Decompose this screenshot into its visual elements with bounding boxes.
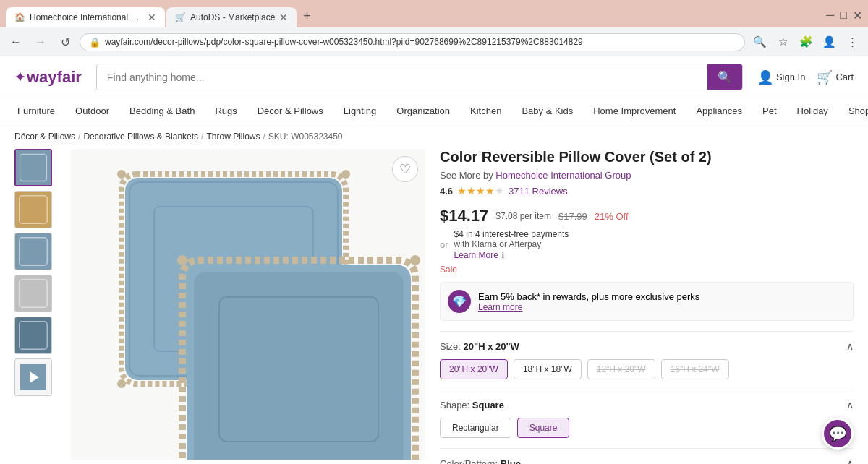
breadcrumb-item-0[interactable]: Décor & Pillows [14, 132, 75, 142]
svg-point-16 [117, 170, 126, 179]
nav-item-babykids[interactable]: Baby & Kids [519, 98, 576, 124]
shape-options: RectangularSquare [440, 418, 854, 438]
minimize-button[interactable]: ─ [826, 9, 834, 22]
chat-button[interactable]: 💬 [822, 418, 854, 450]
svg-rect-2 [15, 192, 51, 228]
size-btn-20Hx20W[interactable]: 20"H x 20"W [440, 359, 508, 379]
search-bar: 🔍 [96, 64, 743, 90]
thumbnail-1[interactable] [14, 191, 52, 228]
nav-item-dcorpillows[interactable]: Décor & Pillows [255, 98, 326, 124]
nav-item-holiday[interactable]: Holiday [794, 98, 831, 124]
nav-item-lighting[interactable]: Lighting [341, 98, 380, 124]
account-button[interactable]: 👤 [819, 32, 839, 52]
nav-item-kitchen[interactable]: Kitchen [467, 98, 504, 124]
klarna-info-icon: ℹ [501, 250, 505, 260]
svg-point-17 [341, 170, 350, 179]
reload-button[interactable]: ↺ [55, 32, 75, 52]
nav-item-shopbyroom[interactable]: Shop by Room [846, 98, 868, 124]
sale-badge: Sale [440, 265, 854, 275]
thumbnail-4[interactable] [14, 317, 52, 354]
close-button[interactable]: ✕ [853, 9, 862, 22]
breadcrumb-sep-2: / [201, 132, 203, 142]
brand-link[interactable]: Homechoice International Group [495, 170, 631, 181]
wayfair-logo[interactable]: ✦ wayfair [14, 68, 82, 87]
nav-item-rugs[interactable]: Rugs [212, 98, 239, 124]
nav-item-furniture[interactable]: Furniture [14, 98, 58, 124]
chat-icon: 💬 [829, 425, 847, 442]
browser-tab-tab2[interactable]: 🛒AutoDS - Marketplace✕ [166, 7, 297, 27]
original-price: $17.99 [558, 211, 587, 222]
klarna-info: $4 in 4 interest-free payments with Klar… [454, 228, 569, 260]
wishlist-button[interactable]: ♡ [392, 156, 418, 182]
svg-rect-0 [16, 150, 51, 185]
shape-btn-square[interactable]: Square [517, 418, 570, 438]
breadcrumb-sep-3: / [263, 132, 265, 142]
color-section: Color/Pattern: Blue ∧ [440, 448, 854, 464]
klarna-link[interactable]: Learn More [454, 250, 498, 260]
size-btn-18Hx18W[interactable]: 18"H x 18"W [514, 359, 582, 379]
nav-item-beddingbath[interactable]: Bedding & Bath [127, 98, 197, 124]
thumbnail-3[interactable] [14, 275, 52, 312]
rewards-icon: 💎 [448, 290, 471, 313]
rewards-link[interactable]: Learn more [478, 302, 699, 312]
nav-item-homeimprovement[interactable]: Home Improvement [590, 98, 678, 124]
or-divider: or [440, 239, 448, 250]
address-bar[interactable]: 🔒 wayfair.com/decor-pillows/pdp/color-sq… [80, 33, 745, 51]
svg-rect-6 [15, 275, 51, 312]
menu-button[interactable]: ⋮ [842, 32, 862, 52]
tab-favicon-tab2: 🛒 [175, 12, 186, 22]
browser-tab-tab1[interactable]: 🏠Homechoice International Gro...✕ [6, 7, 165, 27]
new-tab-button[interactable]: + [297, 6, 317, 26]
size-label: Size: 20"H x 20"W [440, 341, 519, 352]
thumbnail-5[interactable] [14, 358, 52, 396]
shape-btn-rectangular[interactable]: Rectangular [440, 418, 511, 438]
nav-item-pet[interactable]: Pet [760, 98, 780, 124]
browser-toolbar: ← → ↺ 🔒 wayfair.com/decor-pillows/pdp/co… [0, 27, 868, 56]
thumbnail-2[interactable] [14, 233, 52, 270]
nav-bar: FurnitureOutdoorBedding & BathRugsDécor … [0, 98, 868, 124]
search-browser-button[interactable]: 🔍 [749, 32, 770, 52]
maximize-button[interactable]: □ [840, 9, 847, 22]
size-btn-12Hx20W[interactable]: 12"H x 20"W [587, 359, 655, 379]
product-layout: ♡ Color Reversible Pillow Cover (Set of … [0, 149, 868, 464]
search-button[interactable]: 🔍 [707, 64, 742, 90]
bookmark-button[interactable]: ☆ [773, 32, 793, 52]
breadcrumb: Décor & Pillows/Decorative Pillows & Bla… [0, 124, 868, 149]
tab-close-tab2[interactable]: ✕ [279, 12, 288, 23]
main-image-container: ♡ [71, 149, 425, 464]
tab-favicon-tab1: 🏠 [14, 12, 25, 22]
tab-close-tab1[interactable]: ✕ [148, 12, 156, 23]
product-image [71, 149, 425, 460]
logo-icon: ✦ [14, 69, 25, 85]
cart-button[interactable]: 🛒 Cart [817, 69, 854, 85]
color-header: Color/Pattern: Blue ∧ [440, 457, 854, 464]
back-button[interactable]: ← [6, 32, 26, 52]
see-more-prefix: See More by [440, 170, 493, 181]
shape-chevron-icon: ∧ [846, 399, 854, 411]
logo-text: wayfair [27, 68, 82, 87]
tab-title-tab2: AutoDS - Marketplace [190, 12, 275, 22]
product-title: Color Reversible Pillow Cover (Set of 2) [440, 149, 854, 166]
search-input[interactable] [97, 66, 707, 89]
thumbnails [14, 149, 56, 464]
thumbnail-0[interactable] [14, 149, 52, 186]
nav-item-outdoor[interactable]: Outdoor [72, 98, 112, 124]
svg-point-25 [410, 255, 420, 265]
shape-header: Shape: Square ∧ [440, 399, 854, 411]
review-link[interactable]: 3711 Reviews [509, 186, 568, 197]
size-options: 20"H x 20"W18"H x 18"W12"H x 20"W16"H x … [440, 359, 854, 379]
header-actions: 👤 Sign In 🛒 Cart [757, 69, 854, 85]
price-row: $14.17 $7.08 per item $17.99 21% Off [440, 207, 854, 225]
shape-label: Shape: Square [440, 400, 504, 411]
color-chevron-icon: ∧ [846, 457, 854, 464]
nav-item-organization[interactable]: Organization [393, 98, 453, 124]
extensions-button[interactable]: 🧩 [796, 32, 816, 52]
forward-button[interactable]: → [30, 32, 51, 52]
breadcrumb-item-2[interactable]: Throw Pillows [206, 132, 260, 142]
svg-point-18 [117, 379, 126, 388]
size-btn-16Hx24W[interactable]: 16"H x 24"W [661, 359, 729, 379]
shape-section: Shape: Square ∧ RectangularSquare [440, 390, 854, 438]
nav-item-appliances[interactable]: Appliances [693, 98, 745, 124]
sign-in-button[interactable]: 👤 Sign In [757, 69, 805, 85]
breadcrumb-item-1[interactable]: Decorative Pillows & Blankets [83, 132, 198, 142]
